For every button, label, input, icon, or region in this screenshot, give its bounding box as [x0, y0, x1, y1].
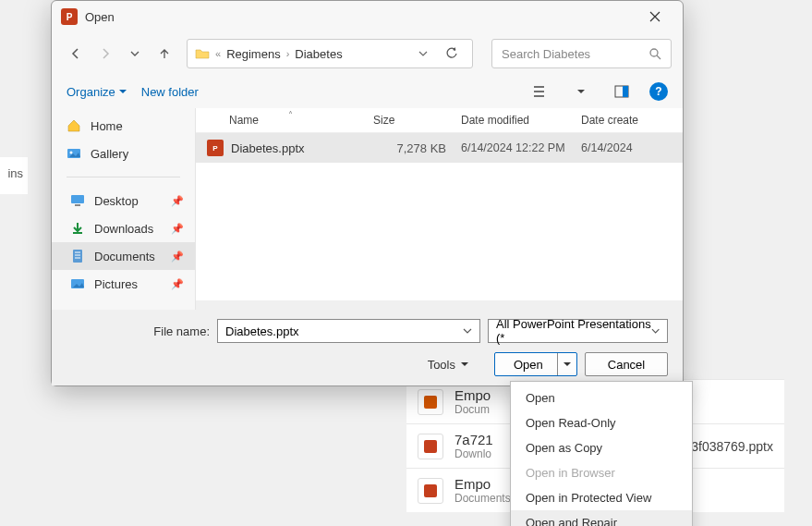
chevron-down-icon: [651, 326, 660, 336]
chevron-down-icon[interactable]: [463, 326, 472, 336]
sidebar-label: Desktop: [94, 194, 139, 208]
file-row[interactable]: P Diabetes.pptx 7,278 KB 6/14/2024 12:22…: [196, 133, 683, 163]
arrow-up-icon: [158, 47, 171, 60]
folder-icon: [195, 47, 210, 60]
filename-label: File name:: [67, 324, 210, 338]
column-headers: ˄ Name Size Date modified Date create: [196, 108, 683, 133]
svg-rect-5: [71, 195, 84, 203]
pptx-icon: [418, 389, 443, 415]
view-dropdown[interactable]: [568, 80, 594, 103]
help-button[interactable]: ?: [649, 82, 668, 101]
sidebar-divider: [67, 177, 180, 177]
menu-open-protected[interactable]: Open in Protected View: [511, 485, 692, 510]
chevron-down-icon: [461, 361, 468, 368]
dialog-title: Open: [85, 10, 115, 24]
cancel-button[interactable]: Cancel: [585, 352, 668, 376]
file-name: Diabetes.pptx: [231, 141, 305, 155]
col-size[interactable]: Size: [373, 114, 461, 127]
svg-rect-7: [73, 250, 82, 263]
close-button[interactable]: [636, 4, 673, 30]
refresh-button[interactable]: [439, 41, 465, 67]
breadcrumb-part[interactable]: Regimens: [226, 47, 281, 61]
pictures-icon: [70, 276, 85, 291]
chevron-down-icon[interactable]: [418, 49, 428, 58]
background-text-fragment: ins: [0, 157, 28, 194]
refresh-icon: [445, 47, 458, 60]
pin-icon: 📌: [171, 195, 184, 207]
arrow-left-icon: [69, 47, 82, 60]
file-size: 7,278 KB: [373, 141, 461, 155]
chevron-down-icon: [119, 88, 127, 95]
breadcrumb-sep: «: [215, 48, 221, 59]
sidebar-label: Pictures: [94, 277, 138, 291]
sidebar-item-gallery[interactable]: Gallery: [52, 140, 195, 167]
pin-icon: 📌: [171, 278, 184, 290]
gallery-icon: [67, 146, 81, 161]
sidebar-label: Downloads: [94, 222, 153, 236]
view-options-button[interactable]: [527, 80, 553, 103]
pin-icon: 📌: [171, 251, 184, 263]
new-folder-button[interactable]: New folder: [141, 85, 199, 99]
filename-input[interactable]: Diabetes.pptx: [217, 319, 480, 343]
svg-point-0: [650, 49, 658, 56]
powerpoint-icon: P: [61, 8, 78, 25]
chevron-down-icon: [130, 49, 139, 58]
preview-icon: [614, 85, 629, 98]
sidebar-item-downloads[interactable]: Downloads 📌: [52, 214, 195, 242]
sidebar-item-pictures[interactable]: Pictures 📌: [52, 270, 195, 298]
forward-button[interactable]: [92, 40, 118, 67]
svg-rect-6: [75, 204, 80, 206]
svg-point-4: [70, 152, 73, 154]
search-icon: [648, 47, 661, 60]
pptx-icon: [418, 434, 443, 459]
file-date: 6/14/2024 12:22 PM: [461, 141, 581, 154]
open-dropdown-toggle[interactable]: [557, 353, 571, 375]
desktop-icon: [70, 193, 85, 208]
arrow-right-icon: [99, 47, 112, 60]
breadcrumb-part[interactable]: Diabetes: [295, 47, 342, 61]
chevron-down-icon: [577, 88, 585, 95]
dialog-bottom: File name: Diabetes.pptx All PowerPoint …: [52, 310, 683, 385]
nav-row: « Regimens › Diabetes Search Diabetes: [52, 32, 683, 75]
file-pane: ˄ Name Size Date modified Date create P …: [195, 108, 683, 310]
col-created[interactable]: Date create: [581, 114, 672, 127]
close-icon: [649, 11, 661, 22]
pin-icon: 📌: [171, 223, 184, 235]
open-dropdown-menu: Open Open Read-Only Open as Copy Open in…: [510, 381, 693, 526]
sort-arrow-icon: ˄: [288, 110, 293, 120]
sidebar-item-home[interactable]: Home: [52, 112, 195, 140]
menu-open-browser: Open in Browser: [511, 460, 692, 485]
menu-open-readonly[interactable]: Open Read-Only: [511, 410, 692, 435]
open-dialog: P Open « Regimens › Diabetes: [51, 0, 684, 386]
file-type-filter[interactable]: All PowerPoint Presentations (*: [488, 319, 668, 343]
search-placeholder: Search Diabetes: [502, 47, 590, 61]
open-split-button[interactable]: Open: [494, 352, 577, 376]
titlebar: P Open: [52, 1, 683, 32]
horizontal-scrollbar[interactable]: [196, 300, 683, 310]
tools-button[interactable]: Tools: [420, 354, 476, 375]
breadcrumb[interactable]: « Regimens › Diabetes: [187, 39, 473, 68]
menu-open-copy[interactable]: Open as Copy: [511, 435, 692, 460]
organize-button[interactable]: Organize: [67, 85, 127, 99]
sidebar-label: Home: [91, 119, 123, 133]
menu-open[interactable]: Open: [511, 385, 692, 410]
list-icon: [533, 85, 548, 98]
col-date[interactable]: Date modified: [461, 114, 581, 127]
sidebar-item-documents[interactable]: Documents 📌: [52, 242, 195, 270]
search-input[interactable]: Search Diabetes: [491, 39, 672, 68]
chevron-down-icon: [564, 361, 571, 368]
sidebar-label: Gallery: [91, 147, 128, 161]
recent-dropdown[interactable]: [122, 40, 148, 67]
sidebar-label: Documents: [94, 250, 155, 263]
preview-pane-button[interactable]: [609, 80, 635, 103]
menu-open-repair[interactable]: Open and Repair: [511, 510, 692, 526]
pptx-icon: P: [207, 140, 224, 156]
file-created: 6/14/2024: [581, 141, 672, 154]
svg-rect-2: [623, 86, 628, 97]
up-button[interactable]: [151, 40, 177, 67]
sidebar-item-desktop[interactable]: Desktop 📌: [52, 187, 195, 214]
pptx-icon: [418, 478, 443, 504]
back-button[interactable]: [63, 40, 89, 67]
downloads-icon: [70, 221, 85, 236]
chevron-right-icon: ›: [286, 48, 290, 59]
